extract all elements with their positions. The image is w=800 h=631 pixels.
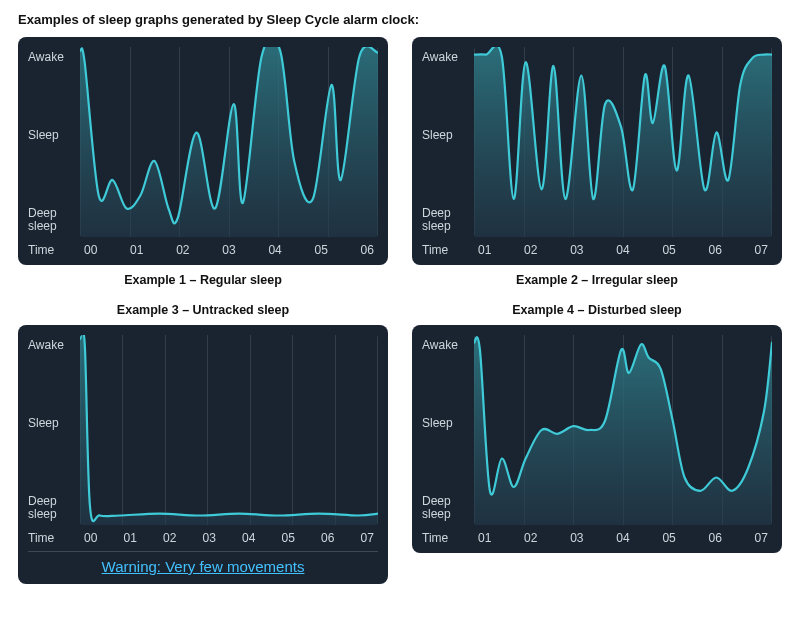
x-label: Time bbox=[28, 243, 80, 257]
x-tick: 04 bbox=[242, 531, 255, 545]
y-tick-deep: Deep sleep bbox=[422, 495, 468, 521]
x-tick: 02 bbox=[176, 243, 189, 257]
plot-ex1 bbox=[80, 47, 378, 237]
x-tick: 02 bbox=[524, 243, 537, 257]
x-tick: 02 bbox=[163, 531, 176, 545]
x-ticks-ex2: 01020304050607 bbox=[474, 243, 772, 257]
x-tick: 01 bbox=[130, 243, 143, 257]
x-tick: 06 bbox=[361, 243, 374, 257]
y-tick-sleep: Sleep bbox=[422, 129, 468, 142]
y-tick-sleep: Sleep bbox=[28, 129, 74, 142]
x-tick: 00 bbox=[84, 531, 97, 545]
x-tick: 01 bbox=[478, 531, 491, 545]
chart-card-ex1: Awake Sleep Deep sleep Time 000102030405… bbox=[18, 37, 388, 265]
x-tick: 07 bbox=[755, 531, 768, 545]
x-tick: 02 bbox=[524, 531, 537, 545]
cell-ex4: Example 4 – Disturbed sleep Awake Sleep … bbox=[412, 303, 782, 584]
y-tick-deep: Deep sleep bbox=[28, 207, 74, 233]
warning-link[interactable]: Warning: Very few movements bbox=[102, 558, 305, 575]
plot-ex3 bbox=[80, 335, 378, 525]
y-axis: Awake Sleep Deep sleep bbox=[28, 335, 80, 525]
x-tick: 06 bbox=[321, 531, 334, 545]
cell-ex2: Awake Sleep Deep sleep Time 010203040506… bbox=[412, 37, 782, 297]
caption-ex2: Example 2 – Irregular sleep bbox=[516, 273, 678, 287]
x-ticks-ex4: 01020304050607 bbox=[474, 531, 772, 545]
x-tick: 05 bbox=[662, 243, 675, 257]
caption-ex1: Example 1 – Regular sleep bbox=[124, 273, 282, 287]
x-tick: 05 bbox=[282, 531, 295, 545]
y-tick-awake: Awake bbox=[28, 339, 74, 352]
chart-card-ex3: Awake Sleep Deep sleep Time 000102030405… bbox=[18, 325, 388, 584]
x-tick: 01 bbox=[478, 243, 491, 257]
chart-card-ex4: Awake Sleep Deep sleep Time 010203040506… bbox=[412, 325, 782, 553]
x-tick: 03 bbox=[570, 243, 583, 257]
x-tick: 04 bbox=[616, 531, 629, 545]
plot-ex2 bbox=[474, 47, 772, 237]
x-tick: 03 bbox=[222, 243, 235, 257]
x-label: Time bbox=[422, 531, 474, 545]
x-label: Time bbox=[422, 243, 474, 257]
x-tick: 05 bbox=[662, 531, 675, 545]
x-tick: 03 bbox=[203, 531, 216, 545]
cell-ex1: Awake Sleep Deep sleep Time 000102030405… bbox=[18, 37, 388, 297]
caption-ex3: Example 3 – Untracked sleep bbox=[117, 303, 289, 317]
page-title: Examples of sleep graphs generated by Sl… bbox=[18, 12, 782, 27]
y-tick-deep: Deep sleep bbox=[422, 207, 468, 233]
x-tick: 06 bbox=[708, 531, 721, 545]
y-tick-sleep: Sleep bbox=[28, 417, 74, 430]
y-axis: Awake Sleep Deep sleep bbox=[422, 335, 474, 525]
y-tick-awake: Awake bbox=[28, 51, 74, 64]
y-tick-awake: Awake bbox=[422, 51, 468, 64]
x-tick: 04 bbox=[268, 243, 281, 257]
y-tick-awake: Awake bbox=[422, 339, 468, 352]
y-tick-sleep: Sleep bbox=[422, 417, 468, 430]
y-axis: Awake Sleep Deep sleep bbox=[422, 47, 474, 237]
chart-grid: Awake Sleep Deep sleep Time 000102030405… bbox=[18, 37, 782, 584]
x-tick: 03 bbox=[570, 531, 583, 545]
x-tick: 07 bbox=[755, 243, 768, 257]
x-tick: 04 bbox=[616, 243, 629, 257]
x-ticks-ex1: 00010203040506 bbox=[80, 243, 378, 257]
x-tick: 00 bbox=[84, 243, 97, 257]
x-tick: 05 bbox=[314, 243, 327, 257]
x-ticks-ex3: 0001020304050607 bbox=[80, 531, 378, 545]
x-tick: 06 bbox=[708, 243, 721, 257]
plot-ex4 bbox=[474, 335, 772, 525]
x-tick: 01 bbox=[124, 531, 137, 545]
caption-ex4: Example 4 – Disturbed sleep bbox=[512, 303, 682, 317]
y-tick-deep: Deep sleep bbox=[28, 495, 74, 521]
warning-bar: Warning: Very few movements bbox=[28, 551, 378, 576]
x-tick: 07 bbox=[361, 531, 374, 545]
y-axis: Awake Sleep Deep sleep bbox=[28, 47, 80, 237]
cell-ex3: Example 3 – Untracked sleep Awake Sleep … bbox=[18, 303, 388, 584]
x-label: Time bbox=[28, 531, 80, 545]
chart-card-ex2: Awake Sleep Deep sleep Time 010203040506… bbox=[412, 37, 782, 265]
